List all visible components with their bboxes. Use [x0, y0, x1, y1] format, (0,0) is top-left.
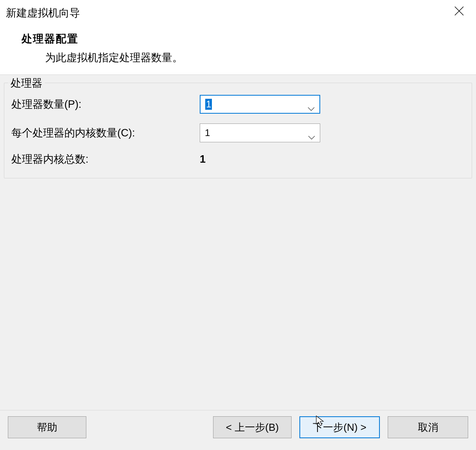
cores-per-processor-value: 1 — [205, 127, 210, 138]
window-title: 新建虚拟机向导 — [6, 6, 80, 20]
total-cores-label: 处理器内核总数: — [11, 152, 200, 166]
processor-fieldset: 处理器 处理器数量(P): 1 每个处理器的内核数量(C): 1 处理器内核总数… — [4, 83, 472, 178]
back-button[interactable]: < 上一步(B) — [213, 416, 292, 438]
section-description: 为此虚拟机指定处理器数量。 — [45, 51, 468, 65]
cores-per-processor-label: 每个处理器的内核数量(C): — [11, 126, 200, 140]
total-cores-row: 处理器内核总数: 1 — [11, 152, 465, 166]
cancel-button[interactable]: 取消 — [388, 416, 468, 438]
processor-count-value: 1 — [205, 99, 212, 110]
section-title: 处理器配置 — [22, 32, 468, 46]
chevron-down-icon — [308, 131, 315, 135]
cores-per-processor-row: 每个处理器的内核数量(C): 1 — [11, 123, 465, 142]
cores-per-processor-select[interactable]: 1 — [200, 123, 320, 142]
fieldset-legend: 处理器 — [8, 76, 45, 90]
processor-count-select[interactable]: 1 — [200, 95, 320, 114]
processor-count-row: 处理器数量(P): 1 — [11, 95, 465, 114]
wizard-content: 处理器 处理器数量(P): 1 每个处理器的内核数量(C): 1 处理器内核总数… — [0, 75, 476, 410]
processor-count-label: 处理器数量(P): — [11, 97, 200, 111]
close-button[interactable] — [450, 6, 468, 18]
help-button[interactable]: 帮助 — [8, 416, 86, 438]
title-row: 新建虚拟机向导 — [6, 6, 468, 20]
next-button[interactable]: 下一步(N) > — [299, 416, 380, 438]
wizard-header: 新建虚拟机向导 处理器配置 为此虚拟机指定处理器数量。 — [0, 0, 476, 75]
chevron-down-icon — [308, 102, 315, 106]
close-icon — [454, 6, 464, 16]
wizard-footer: 帮助 < 上一步(B) 下一步(N) > 取消 — [0, 410, 476, 450]
total-cores-value: 1 — [200, 153, 206, 165]
